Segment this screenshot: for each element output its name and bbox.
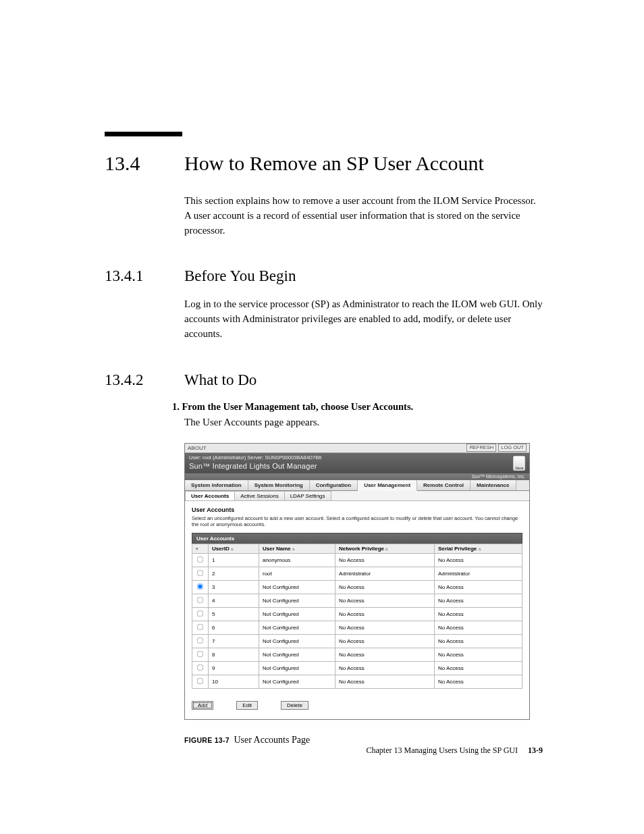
cell-serial-privilege: No Access: [434, 675, 522, 688]
about-link[interactable]: ABOUT: [188, 445, 207, 451]
row-select-cell[interactable]: [192, 621, 209, 634]
panel-content: User Accounts Select an unconfigured acc…: [185, 501, 529, 719]
table-row[interactable]: 6Not ConfiguredNo AccessNo Access: [192, 621, 522, 634]
cell-userid: 3: [209, 580, 259, 594]
table-row[interactable]: 4Not ConfiguredNo AccessNo Access: [192, 594, 522, 607]
subsection-2-number: 13.4.2: [105, 371, 184, 389]
cell-username: Not Configured: [259, 661, 335, 675]
subsection-1-title: Before You Begin: [184, 267, 296, 285]
java-logo: Java: [513, 456, 525, 471]
step-1: 1. From the User Management tab, choose …: [172, 401, 543, 413]
row-select-cell[interactable]: [192, 580, 209, 594]
row-select-radio[interactable]: [197, 583, 204, 590]
cell-network-privilege: No Access: [335, 594, 434, 607]
figure-caption: FIGURE 13-7 User Accounts Page: [184, 735, 543, 746]
cell-userid: 9: [209, 661, 259, 675]
row-select-radio[interactable]: [197, 569, 204, 576]
col-select[interactable]: ▾: [192, 544, 209, 553]
row-select-cell[interactable]: [192, 675, 209, 688]
figure-label: FIGURE 13-7: [184, 736, 230, 744]
cell-network-privilege: No Access: [335, 634, 434, 648]
tab-system-information[interactable]: System Information: [185, 480, 248, 490]
row-select-cell[interactable]: [192, 594, 209, 607]
table-row[interactable]: 3Not ConfiguredNo AccessNo Access: [192, 580, 522, 594]
row-select-radio[interactable]: [197, 623, 204, 630]
sort-icon: ▵: [385, 546, 388, 551]
table-row[interactable]: 2rootAdministratorAdministrator: [192, 567, 522, 580]
subtab-ldap-settings[interactable]: LDAP Settings: [284, 491, 331, 500]
sub-tabs: User AccountsActive SessionsLDAP Setting…: [185, 491, 529, 501]
row-select-cell[interactable]: [192, 607, 209, 621]
tab-maintenance[interactable]: Maintenance: [471, 480, 516, 490]
cell-username: Not Configured: [259, 648, 335, 661]
cell-serial-privilege: No Access: [434, 580, 522, 594]
row-select-cell[interactable]: [192, 661, 209, 675]
vendor-stripe: Sun™ Microsystems, Inc.: [185, 473, 529, 480]
col-serial-privilege[interactable]: Serial Privilege ▵: [434, 544, 522, 553]
row-select-radio[interactable]: [197, 556, 204, 563]
table-row[interactable]: 10Not ConfiguredNo AccessNo Access: [192, 675, 522, 688]
cell-serial-privilege: No Access: [434, 594, 522, 607]
cell-serial-privilege: No Access: [434, 634, 522, 648]
table-row[interactable]: 1anonymousNo AccessNo Access: [192, 553, 522, 567]
cell-username: root: [259, 567, 335, 580]
cell-userid: 2: [209, 567, 259, 580]
subsection-2-heading: 13.4.2 What to Do: [105, 371, 543, 389]
row-select-radio[interactable]: [197, 650, 204, 657]
row-select-radio[interactable]: [197, 664, 204, 671]
footer-page: 13-9: [528, 746, 543, 755]
cell-serial-privilege: No Access: [434, 661, 522, 675]
subsection-1-heading: 13.4.1 Before You Begin: [105, 267, 543, 285]
row-select-cell[interactable]: [192, 634, 209, 648]
step-1-result: The User Accounts page appears.: [184, 417, 543, 428]
subsection-1-number: 13.4.1: [105, 267, 184, 285]
delete-button[interactable]: Delete: [281, 701, 308, 710]
edit-button[interactable]: Edit: [236, 701, 258, 710]
cell-serial-privilege: No Access: [434, 607, 522, 621]
window-topbar: ABOUT REFRESH LOG OUT: [185, 444, 529, 453]
col-network-privilege[interactable]: Network Privilege ▵: [335, 544, 434, 553]
tab-remote-control[interactable]: Remote Control: [417, 480, 471, 490]
footer-chapter: Chapter 13 Managing Users Using the SP G…: [366, 746, 518, 755]
tab-configuration[interactable]: Configuration: [310, 480, 358, 490]
cell-serial-privilege: No Access: [434, 648, 522, 661]
row-select-cell[interactable]: [192, 553, 209, 567]
sort-icon: ▵: [231, 546, 234, 551]
refresh-button[interactable]: REFRESH: [466, 444, 496, 452]
sort-icon: ▵: [292, 546, 295, 551]
section-intro: This section explains how to remove a us…: [184, 194, 543, 238]
cell-network-privilege: No Access: [335, 621, 434, 634]
col-userid[interactable]: UserID ▵: [209, 544, 259, 553]
tab-system-monitoring[interactable]: System Monitoring: [248, 480, 310, 490]
banner-userline: User: root (Administrator) Server: SUNSP…: [189, 454, 525, 461]
table-row[interactable]: 9Not ConfiguredNo AccessNo Access: [192, 661, 522, 675]
cell-userid: 6: [209, 621, 259, 634]
tab-user-management[interactable]: User Management: [358, 480, 417, 491]
table-row[interactable]: 8Not ConfiguredNo AccessNo Access: [192, 648, 522, 661]
section-heading: 13.4 How to Remove an SP User Account: [105, 152, 543, 175]
row-select-radio[interactable]: [197, 610, 204, 617]
cell-userid: 5: [209, 607, 259, 621]
row-select-radio[interactable]: [197, 677, 204, 684]
banner-title: Sun™ Integrated Lights Out Manager: [189, 462, 525, 470]
col-user-name[interactable]: User Name ▵: [259, 544, 335, 553]
main-tabs: System InformationSystem MonitoringConfi…: [185, 480, 529, 491]
row-select-cell[interactable]: [192, 648, 209, 661]
cell-username: Not Configured: [259, 580, 335, 594]
table-row[interactable]: 7Not ConfiguredNo AccessNo Access: [192, 634, 522, 648]
table-row[interactable]: 5Not ConfiguredNo AccessNo Access: [192, 607, 522, 621]
row-select-radio[interactable]: [197, 596, 204, 603]
cell-userid: 4: [209, 594, 259, 607]
sort-icon: ▾: [196, 546, 198, 551]
subtab-user-accounts[interactable]: User Accounts: [185, 491, 235, 500]
add-button[interactable]: Add: [192, 701, 213, 710]
logout-button[interactable]: LOG OUT: [498, 444, 527, 452]
subtab-active-sessions[interactable]: Active Sessions: [234, 491, 284, 500]
row-select-radio[interactable]: [197, 637, 204, 644]
cell-network-privilege: No Access: [335, 607, 434, 621]
sort-icon: ▵: [479, 546, 481, 551]
page-footer: Chapter 13 Managing Users Using the SP G…: [366, 746, 543, 756]
row-select-cell[interactable]: [192, 567, 209, 580]
cell-username: Not Configured: [259, 675, 335, 688]
cell-network-privilege: No Access: [335, 648, 434, 661]
